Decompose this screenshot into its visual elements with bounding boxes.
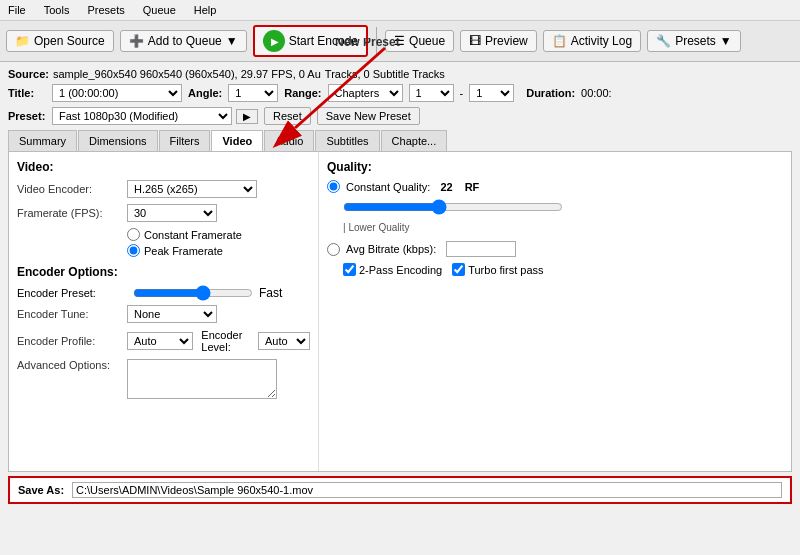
open-source-button[interactable]: 📁 Open Source xyxy=(6,30,114,52)
menu-bar: File Tools Presets Queue Help xyxy=(0,0,800,21)
menu-help[interactable]: Help xyxy=(190,2,221,18)
tab-filters[interactable]: Filters xyxy=(159,130,211,151)
encoder-tune-select[interactable]: None xyxy=(127,305,217,323)
constant-framerate-radio[interactable] xyxy=(127,228,140,241)
tab-chapters[interactable]: Chapte... xyxy=(381,130,448,151)
angle-label: Angle: xyxy=(188,87,222,99)
encoder-profile-select[interactable]: Auto xyxy=(127,332,193,350)
quality-panel: Quality: Constant Quality: 22 RF | Lower… xyxy=(319,152,791,471)
tab-subtitles[interactable]: Subtitles xyxy=(315,130,379,151)
preset-row: Preset: Fast 1080p30 (Modified) ▶ Reset … xyxy=(8,107,792,125)
tab-video[interactable]: Video xyxy=(211,130,263,151)
turbo-label: Turbo first pass xyxy=(468,264,543,276)
encoder-label: Video Encoder: xyxy=(17,183,127,195)
encoder-tune-label: Encoder Tune: xyxy=(17,308,127,320)
two-pass-label: 2-Pass Encoding xyxy=(359,264,442,276)
quality-label-row: | Lower Quality xyxy=(343,222,783,233)
constant-framerate-label: Constant Framerate xyxy=(144,229,242,241)
constant-quality-radio[interactable] xyxy=(327,180,340,193)
add-to-queue-dropdown-icon: ▼ xyxy=(226,34,238,48)
tab-audio[interactable]: Audio xyxy=(264,130,314,151)
framerate-row: Framerate (FPS): 30 xyxy=(17,204,310,222)
constant-quality-row: Constant Quality: 22 RF xyxy=(327,180,783,193)
duration-value: 00:00: xyxy=(581,87,612,99)
advanced-options-label: Advanced Options: xyxy=(17,359,127,371)
duration-label: Duration: xyxy=(526,87,575,99)
range-label: Range: xyxy=(284,87,321,99)
start-encode-button[interactable]: Start Encode xyxy=(253,25,368,57)
encoder-select[interactable]: H.265 (x265) xyxy=(127,180,257,198)
avg-bitrate-row: Avg Bitrate (kbps): xyxy=(327,241,783,257)
constant-quality-label: Constant Quality: xyxy=(346,181,430,193)
preview-icon: 🎞 xyxy=(469,34,481,48)
framerate-label: Framerate (FPS): xyxy=(17,207,127,219)
toolbar: 📁 Open Source ➕ Add to Queue ▼ Start Enc… xyxy=(0,21,800,62)
start-encode-icon xyxy=(263,30,285,52)
save-as-row: Save As: xyxy=(8,476,792,504)
tab-summary[interactable]: Summary xyxy=(8,130,77,151)
preview-button[interactable]: 🎞 Preview xyxy=(460,30,537,52)
encoder-level-select[interactable]: Auto xyxy=(258,332,310,350)
source-value: sample_960x540 960x540 (960x540), 29.97 … xyxy=(53,68,321,80)
avg-bitrate-radio[interactable] xyxy=(327,243,340,256)
encoder-profile-label: Encoder Profile: xyxy=(17,335,127,347)
title-row: Title: 1 (00:00:00) Angle: 1 Range: Chap… xyxy=(8,84,792,102)
activity-log-button[interactable]: 📋 Activity Log xyxy=(543,30,641,52)
open-source-icon: 📁 xyxy=(15,34,30,48)
reset-button[interactable]: Reset xyxy=(264,107,311,125)
title-select[interactable]: 1 (00:00:00) xyxy=(52,84,182,102)
save-as-label: Save As: xyxy=(18,484,64,496)
menu-queue[interactable]: Queue xyxy=(139,2,180,18)
menu-presets-menu[interactable]: Presets xyxy=(83,2,128,18)
preset-arrow-button[interactable]: ▶ xyxy=(236,109,258,124)
quality-section-title: Quality: xyxy=(327,160,783,174)
presets-icon: 🔧 xyxy=(656,34,671,48)
encoder-level-label: Encoder Level: xyxy=(201,329,254,353)
avg-bitrate-input[interactable] xyxy=(446,241,516,257)
encoding-options-row: 2-Pass Encoding Turbo first pass xyxy=(343,263,783,276)
range-start-select[interactable]: 1 xyxy=(409,84,454,102)
encoder-preset-row: Encoder Preset: Fast xyxy=(17,285,310,301)
preset-select[interactable]: Fast 1080p30 (Modified) xyxy=(52,107,232,125)
peak-framerate-radio[interactable] xyxy=(127,244,140,257)
save-new-preset-button[interactable]: Save New Preset xyxy=(317,107,420,125)
encoder-preset-value: Fast xyxy=(259,286,282,300)
peak-framerate-label: Peak Framerate xyxy=(144,245,223,257)
separator-1 xyxy=(376,27,377,55)
angle-select[interactable]: 1 xyxy=(228,84,278,102)
activity-log-icon: 📋 xyxy=(552,34,567,48)
framerate-select[interactable]: 30 xyxy=(127,204,217,222)
menu-tools[interactable]: Tools xyxy=(40,2,74,18)
menu-file[interactable]: File xyxy=(4,2,30,18)
preset-label: Preset: xyxy=(8,110,46,122)
constant-quality-value: 22 xyxy=(440,181,452,193)
encoder-preset-slider[interactable] xyxy=(133,285,253,301)
title-label: Title: xyxy=(8,87,46,99)
turbo-item: Turbo first pass xyxy=(452,263,543,276)
encoder-row: Video Encoder: H.265 (x265) xyxy=(17,180,310,198)
preset-field: Fast 1080p30 (Modified) ▶ xyxy=(52,107,258,125)
avg-bitrate-label: Avg Bitrate (kbps): xyxy=(346,243,436,255)
source-row: Source: sample_960x540 960x540 (960x540)… xyxy=(8,68,792,80)
encoder-preset-label: Encoder Preset: xyxy=(17,287,127,299)
peak-framerate-option[interactable]: Peak Framerate xyxy=(127,244,310,257)
range-type-select[interactable]: Chapters xyxy=(328,84,403,102)
queue-icon: ☰ xyxy=(394,34,405,48)
quality-slider[interactable] xyxy=(343,199,563,215)
lower-quality-label: | Lower Quality xyxy=(343,222,410,233)
video-panel: Video: Video Encoder: H.265 (x265) Frame… xyxy=(9,152,319,471)
range-end-select[interactable]: 1 xyxy=(469,84,514,102)
constant-framerate-option[interactable]: Constant Framerate xyxy=(127,228,310,241)
presets-button[interactable]: 🔧 Presets ▼ xyxy=(647,30,741,52)
queue-button[interactable]: ☰ Queue xyxy=(385,30,454,52)
turbo-checkbox[interactable] xyxy=(452,263,465,276)
encoder-options-title: Encoder Options: xyxy=(17,265,310,279)
two-pass-checkbox[interactable] xyxy=(343,263,356,276)
save-as-input[interactable] xyxy=(72,482,782,498)
video-section-title: Video: xyxy=(17,160,310,174)
framerate-type-group: Constant Framerate Peak Framerate xyxy=(127,228,310,257)
advanced-options-textarea[interactable] xyxy=(127,359,277,399)
tab-dimensions[interactable]: Dimensions xyxy=(78,130,157,151)
source-suffix: Tracks, 0 Subtitle Tracks xyxy=(325,68,445,80)
add-to-queue-button[interactable]: ➕ Add to Queue ▼ xyxy=(120,30,247,52)
